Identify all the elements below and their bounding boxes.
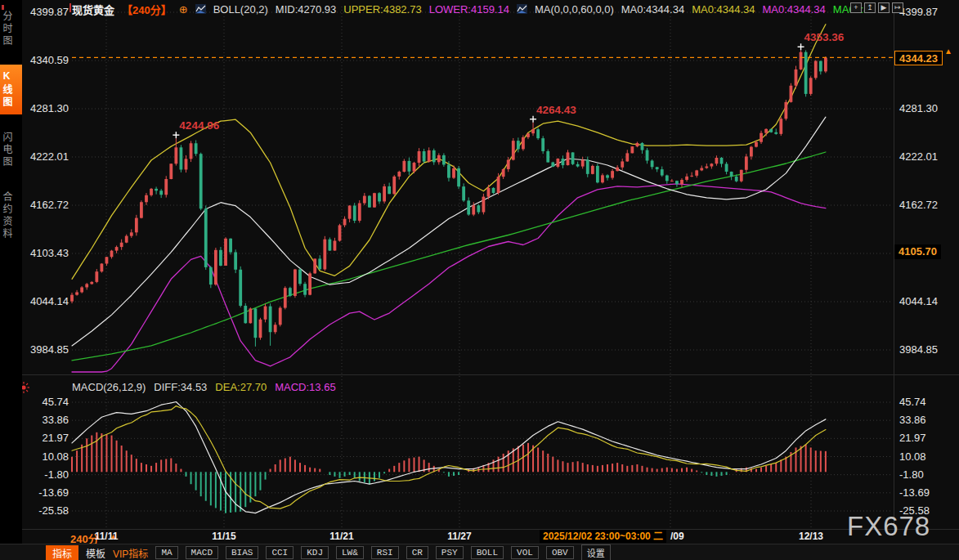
macd-macd-value: MACD:13.65 (275, 381, 335, 393)
toolbar-item-设置[interactable]: 设置 (581, 544, 611, 560)
macd-header: MACD(26,12,9) DIFF:34.53 DEA:27.70 MACD:… (72, 381, 336, 393)
svg-text:4264.43: 4264.43 (536, 104, 576, 116)
toolbar-item-PSY[interactable]: PSY (436, 546, 464, 559)
time-axis-tick-partial: /09 (670, 531, 684, 542)
sidebar-tab[interactable]: K线图 (0, 65, 22, 114)
toolbar-item-BOLL[interactable]: BOLL (471, 546, 504, 559)
boll-upper-value: UPPER:4382.73 (343, 3, 421, 16)
macd-dea-value: DEA:27.70 (215, 381, 267, 393)
time-axis: 240分 ▲ 2025/12/02 23:00~03:00 二 11/1111/… (22, 530, 959, 544)
bottom-toolbar: 指标模板VIP指标MAMACDBIASCCIKDJLW&RSICRPSYBOLL… (0, 544, 959, 560)
macd-diff-value: DIFF:34.53 (154, 381, 207, 393)
period-label[interactable]: 【240分】 (122, 2, 172, 17)
ma0-value-1: MA0:4344.34 (621, 3, 684, 16)
indicator-header: 现货黄金 【240分】 ⊕ BOLL(20,2) MID:4270.93 UPP… (72, 2, 870, 16)
toolbar-item-VOL[interactable]: VOL (511, 546, 539, 559)
sidebar-tab[interactable]: 合约资料 (0, 186, 22, 246)
line-chart-icon (517, 4, 527, 14)
toolbar-item-KDJ[interactable]: KDJ (301, 546, 329, 559)
pan-right-icon[interactable]: ↦ (892, 2, 903, 13)
toolbar-item-RSI[interactable]: RSI (371, 546, 399, 559)
window-icon-group: +↥▶↦ (850, 2, 903, 13)
symbol-name: 现货黄金 (72, 2, 114, 17)
svg-text:4244.96: 4244.96 (179, 119, 219, 132)
macd-title[interactable]: MACD(26,12,9) (72, 381, 146, 393)
time-axis-tick: 11/27 (447, 531, 471, 542)
ma0-value-3: MA0:4344.34 (762, 3, 825, 16)
sidebar: 分时图K线图闪电图合约资料 (0, 0, 22, 560)
toolbar-item-LW&[interactable]: LW& (336, 546, 364, 559)
toolbar-item-OBV[interactable]: OBV (546, 546, 574, 559)
crosshair-icon[interactable]: + (850, 2, 862, 13)
zoom-toggle-icon[interactable]: ⊕ (179, 3, 188, 16)
toolbar-item-CCI[interactable]: CCI (266, 546, 294, 559)
scroll-to-latest-button[interactable]: ▲ (944, 47, 952, 56)
header-marker (69, 3, 71, 12)
toolbar-item-指标[interactable]: 指标 (46, 545, 78, 560)
boll-label[interactable]: BOLL(20,2) (213, 3, 268, 16)
toolbar-items: 指标模板VIP指标MAMACDBIASCCIKDJLW&RSICRPSYBOLL… (46, 545, 611, 560)
sidebar-tab[interactable]: 闪电图 (0, 126, 22, 174)
toolbar-item-CR[interactable]: CR (406, 546, 428, 559)
line-chart-icon (195, 4, 206, 14)
toolbar-item-模板[interactable]: 模板 (86, 546, 105, 560)
sidebar-tab[interactable]: 分时图 (0, 5, 22, 53)
axis-scale-left-icon[interactable]: ↥ (864, 2, 876, 13)
boll-lower-value: LOWER:4159.14 (429, 3, 509, 16)
time-axis-tick: 11/15 (212, 531, 235, 542)
ma0-value-2: MA0:4344.34 (692, 3, 755, 16)
crosshair-time-box: 2025/12/02 23:00~03:00 二 (540, 530, 666, 543)
corner-marker (2, 5, 4, 10)
time-axis-tick: 12/13 (799, 531, 823, 542)
time-axis-tick: 11/11 (95, 531, 119, 542)
chart-canvas[interactable]: 4244.964264.434353.36 (0, 0, 959, 560)
axis-scale-right-icon[interactable]: ▶ (878, 2, 890, 13)
time-axis-tick: 11/21 (329, 531, 353, 542)
toolbar-item-VIP指标[interactable]: VIP指标 (113, 546, 148, 560)
toolbar-item-BIAS[interactable]: BIAS (226, 546, 258, 559)
svg-text:4353.36: 4353.36 (804, 31, 845, 43)
ma-label[interactable]: MA(0,0,0,60,0,0) (535, 3, 614, 16)
current-price-tag: 4344.23 (894, 51, 943, 65)
boll-mid-value: MID:4270.93 (276, 3, 336, 16)
trading-app: 4244.964264.434353.36 分时图K线图闪电图合约资料 现货黄金… (0, 0, 959, 560)
toolbar-item-MACD[interactable]: MACD (186, 546, 218, 559)
secondary-price-tag: 4105.70 (894, 244, 941, 259)
toolbar-item-MA[interactable]: MA (155, 546, 177, 559)
